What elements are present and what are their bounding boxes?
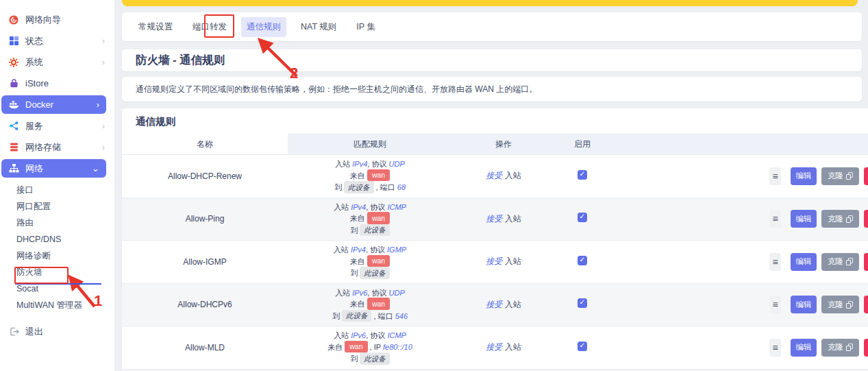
chevron-right-icon: › — [102, 36, 105, 46]
row-actions: 编辑克隆删除 — [769, 253, 868, 271]
address-family: IPv4 — [351, 203, 366, 211]
source-zone-badge: wan — [367, 255, 390, 267]
istore-bag-icon — [8, 78, 19, 89]
rule-name: Allow-DHCPv6 — [122, 300, 288, 309]
annotation-box-traffic-rules-tab — [204, 14, 234, 38]
page-title-card: 防火墙 - 通信规则 — [122, 49, 862, 71]
edit-button[interactable]: 编辑 — [791, 253, 817, 271]
edit-button[interactable]: 编辑 — [791, 339, 817, 357]
sidebar-item-label: 服务 — [25, 120, 43, 132]
dest-port: 68 — [397, 183, 406, 191]
row-actions: 编辑克隆删除 — [769, 296, 868, 313]
sidebar-item-port-config[interactable]: 网口配置 — [0, 198, 114, 215]
sidebar-item-system[interactable]: 系统 › — [0, 51, 114, 73]
traffic-rules-card: 通信规则 名称 匹配规则 操作 启用 Allow-DHCP-Renew入站 IP… — [122, 108, 868, 371]
sidebar-item-label: 网络 — [25, 163, 43, 175]
edit-button[interactable]: 编辑 — [791, 210, 817, 228]
chevron-right-icon: › — [102, 121, 105, 131]
protocol: ICMP — [387, 331, 406, 339]
clone-icon — [846, 301, 853, 309]
column-header-enable: 启用 — [555, 139, 610, 150]
protocol: UDP — [389, 160, 405, 168]
table-row: Allow-Ping入站 IPv4, 协议 ICMP来自 wan到 此设备接受 … — [122, 198, 868, 241]
column-header-action: 操作 — [452, 139, 555, 150]
sidebar-item-services[interactable]: 服务 › — [0, 115, 114, 136]
drag-handle-button[interactable] — [769, 210, 781, 228]
sidebar-item-label: 网络存储 — [25, 141, 61, 154]
table-row: Allow-ICMPv6-Input入站 IPv6, 协议 ICMP来自 wan… — [122, 369, 868, 371]
rule-match: 入站 IPv4, 协议 IGMP来自 wan到 此设备 — [288, 241, 452, 283]
section-title: 通信规则 — [122, 108, 868, 134]
unsaved-changes-banner — [122, 0, 858, 6]
page-description: 通信规则定义了不同区域间的数据包传输策略，例如：拒绝一些主机之间的通信、开放路由… — [136, 84, 537, 95]
sidebar-item-label: 退出 — [25, 326, 43, 338]
row-actions: 编辑克隆删除 — [769, 210, 868, 228]
tab-ip-sets[interactable]: IP 集 — [351, 17, 381, 37]
sidebar-item-dhcp-dns[interactable]: DHCP/DNS — [0, 231, 114, 248]
edit-button[interactable]: 编辑 — [791, 296, 817, 313]
rule-name: Allow-DHCP-Renew — [122, 171, 288, 181]
tab-traffic-rules[interactable]: 通信规则 — [241, 17, 286, 37]
tab-general-settings[interactable]: 常规设置 — [133, 17, 178, 37]
system-gear-icon — [8, 57, 19, 68]
delete-button[interactable]: 删除 — [864, 210, 868, 228]
sidebar-item-network-wizard[interactable]: 网络向导 — [0, 9, 114, 30]
column-header-name[interactable]: 名称 — [122, 134, 288, 154]
delete-button[interactable]: 删除 — [864, 253, 868, 271]
services-nodes-icon — [8, 121, 19, 132]
enable-checkbox[interactable] — [578, 256, 587, 265]
clone-icon — [846, 344, 853, 351]
clone-icon — [846, 258, 853, 265]
rule-match: 入站 IPv4, 协议 ICMP来自 wan到 此设备 — [288, 198, 452, 241]
sidebar-item-network[interactable]: 网络 ⌄ — [1, 159, 106, 178]
sidebar-item-label: iStore — [25, 78, 49, 88]
logout-icon — [8, 326, 19, 337]
enable-checkbox[interactable] — [578, 342, 587, 351]
edit-button[interactable]: 编辑 — [791, 167, 817, 185]
sidebar-item-istore[interactable]: iStore — [0, 73, 114, 94]
sidebar-item-logout[interactable]: 退出 — [0, 321, 114, 342]
source-ip: fe80::/10 — [383, 342, 412, 350]
page-description-card: 通信规则定义了不同区域间的数据包传输策略，例如：拒绝一些主机之间的通信、开放路由… — [122, 77, 862, 101]
tab-nat-rules[interactable]: NAT 规则 — [295, 17, 342, 37]
table-row: Allow-IGMP入站 IPv4, 协议 IGMP来自 wan到 此设备接受 … — [122, 240, 868, 283]
dest-device-badge: 此设备 — [360, 352, 390, 365]
annotation-box-firewall — [14, 267, 69, 284]
protocol: IGMP — [387, 246, 406, 254]
clone-button[interactable]: 克隆 — [821, 296, 859, 313]
delete-button[interactable]: 删除 — [864, 167, 868, 185]
sidebar-item-interfaces[interactable]: 接口 — [0, 182, 114, 198]
enable-checkbox[interactable] — [578, 298, 587, 308]
enable-checkbox[interactable] — [578, 213, 587, 222]
enable-checkbox[interactable] — [578, 170, 587, 180]
rule-name: Allow-IGMP — [122, 257, 288, 267]
drag-handle-button[interactable] — [769, 339, 781, 357]
delete-button[interactable]: 删除 — [864, 339, 868, 357]
docker-whale-icon — [8, 99, 19, 110]
clone-button[interactable]: 克隆 — [821, 339, 859, 357]
dest-device-badge: 此设备 — [360, 267, 390, 279]
rule-match: 入站 IPv4, 协议 UDP来自 wan到 此设备 , 端口 68 — [288, 155, 452, 198]
table-header-row: 名称 匹配规则 操作 启用 — [122, 134, 868, 154]
clone-button[interactable]: 克隆 — [821, 253, 859, 271]
sidebar-item-docker[interactable]: Docker › — [1, 95, 106, 114]
column-header-match: 匹配规则 — [288, 139, 452, 150]
table-row: Allow-DHCPv6入站 IPv6, 协议 UDP来自 wan到 此设备 ,… — [122, 283, 868, 326]
clone-button[interactable]: 克隆 — [821, 210, 859, 228]
source-zone-badge: wan — [367, 298, 390, 310]
annotation-step-1: 1 — [94, 292, 102, 310]
dest-port: 546 — [395, 311, 408, 320]
clone-button[interactable]: 克隆 — [821, 167, 859, 185]
sidebar-item-diagnostics[interactable]: 网络诊断 — [0, 248, 114, 264]
drag-handle-button[interactable] — [769, 253, 781, 271]
rule-match: 入站 IPv6, 协议 ICMP来自 wan , IP fe80::/10到 此… — [288, 326, 452, 369]
table-row: Allow-DHCP-Renew入站 IPv4, 协议 UDP来自 wan到 此… — [122, 154, 868, 198]
sidebar-item-status[interactable]: 状态 › — [0, 30, 114, 51]
dest-device-badge: 此设备 — [360, 224, 390, 237]
sidebar-item-routes[interactable]: 路由 — [0, 215, 114, 231]
rule-name: Allow-Ping — [122, 214, 288, 224]
sidebar-item-network-storage[interactable]: 网络存储 › — [0, 136, 114, 158]
drag-handle-button[interactable] — [769, 167, 781, 185]
drag-handle-button[interactable] — [769, 296, 781, 313]
delete-button[interactable]: 删除 — [864, 296, 868, 313]
